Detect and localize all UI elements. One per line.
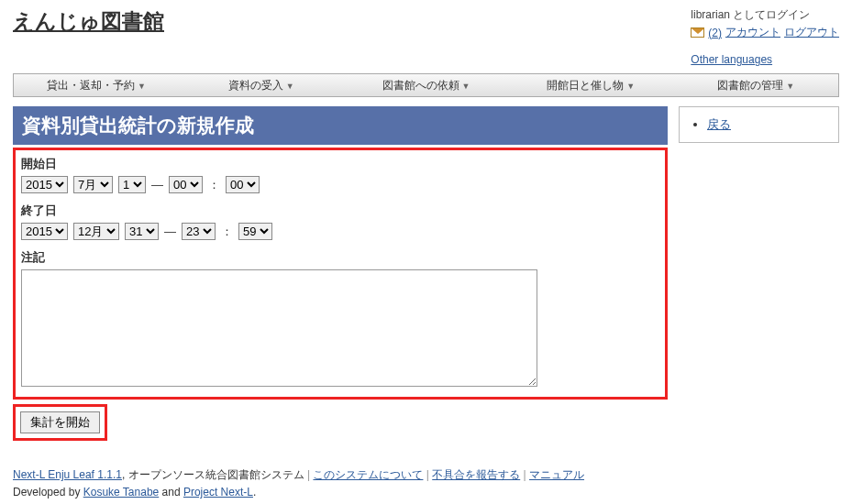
start-aggregation-button[interactable]: 集計を開始 [20, 411, 100, 433]
chevron-down-icon: ▼ [786, 82, 794, 91]
page-title: 資料別貸出統計の新規作成 [13, 106, 668, 145]
report-bug-link[interactable]: 不具合を報告する [432, 468, 520, 481]
developer-1-link[interactable]: Kosuke Tanabe [83, 486, 160, 499]
menu-admin[interactable]: 図書館の管理▼ [673, 78, 838, 93]
end-year-select[interactable]: 2015 [21, 223, 68, 240]
end-min-select[interactable]: 59 [238, 223, 272, 240]
end-date-label: 終了日 [21, 203, 659, 219]
menu-loan[interactable]: 貸出・返却・予約▼ [14, 78, 179, 93]
end-month-select[interactable]: 12月 [73, 223, 119, 240]
time-colon: ： [221, 224, 233, 240]
back-link[interactable]: 戻る [707, 117, 731, 131]
start-month-select[interactable]: 7月 [73, 176, 113, 193]
chevron-down-icon: ▼ [626, 82, 635, 91]
chevron-down-icon: ▼ [138, 82, 146, 91]
site-title-link[interactable]: えんじゅ図書館 [13, 7, 164, 66]
product-link[interactable]: Next-L Enju Leaf 1.1.1 [13, 468, 122, 481]
logout-link[interactable]: ログアウト [784, 25, 839, 40]
account-link[interactable]: アカウント [725, 25, 780, 40]
dash-separator: — [151, 178, 163, 192]
start-date-label: 開始日 [21, 156, 659, 172]
login-area: librarian としてログイン (2) アカウント ログアウト Other … [691, 7, 839, 66]
manual-link[interactable]: マニュアル [529, 468, 584, 481]
other-languages-link[interactable]: Other languages [691, 53, 772, 66]
note-label: 注記 [21, 249, 659, 266]
note-textarea[interactable] [21, 269, 537, 387]
sidebar-nav: 戻る [679, 106, 839, 143]
developer-2-link[interactable]: Project Next-L [183, 486, 253, 499]
mail-icon [691, 27, 704, 38]
start-hour-select[interactable]: 00 [169, 176, 203, 193]
footer: Next-L Enju Leaf 1.1.1, オープンソース統合図書館システム… [13, 466, 839, 501]
main-menubar: 貸出・返却・予約▼ 資料の受入▼ 図書館への依頼▼ 開館日と催し物▼ 図書館の管… [13, 73, 839, 97]
message-count-link[interactable]: (2) [708, 27, 722, 39]
time-colon: ： [208, 177, 220, 193]
dash-separator: — [164, 225, 176, 238]
menu-receive[interactable]: 資料の受入▼ [179, 78, 344, 93]
menu-holiday[interactable]: 開館日と催し物▼ [508, 78, 673, 93]
stats-form-highlight: 開始日 2015 7月 1 — 00 ： 00 終了日 2015 12月 31 … [13, 148, 668, 400]
about-link[interactable]: このシステムについて [313, 468, 423, 481]
end-day-select[interactable]: 31 [125, 223, 159, 240]
login-status: librarian としてログイン [691, 7, 839, 23]
submit-highlight: 集計を開始 [13, 404, 107, 441]
chevron-down-icon: ▼ [462, 82, 470, 91]
end-hour-select[interactable]: 23 [182, 223, 216, 240]
start-day-select[interactable]: 1 [118, 176, 146, 193]
start-year-select[interactable]: 2015 [21, 176, 68, 193]
menu-request[interactable]: 図書館への依頼▼ [344, 78, 509, 93]
chevron-down-icon: ▼ [286, 82, 294, 91]
start-min-select[interactable]: 00 [226, 176, 260, 193]
